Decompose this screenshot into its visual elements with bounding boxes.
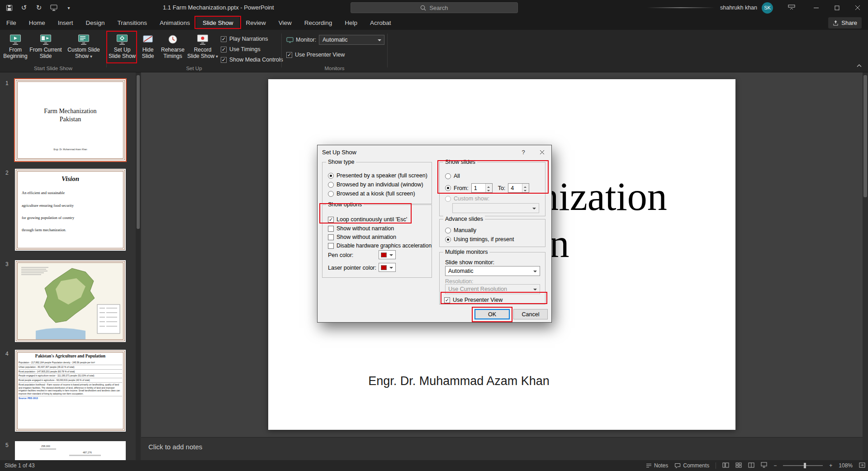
tab-acrobat[interactable]: Acrobat (364, 15, 398, 30)
checkbox-icon (328, 234, 334, 240)
save-button[interactable] (4, 2, 14, 13)
loop-continuously-checkbox[interactable]: Loop continuously until 'Esc' (328, 216, 407, 223)
record-slide-show-button[interactable]: Record Slide Show (187, 32, 218, 65)
spin-up-icon[interactable] (522, 184, 529, 188)
slide-thumbnail-1[interactable]: Farm Mechanization Pakistan Engr. Dr. Mu… (15, 79, 126, 161)
zoom-in-button[interactable]: + (829, 462, 832, 469)
slide-thumbnail-4[interactable]: Pakistan's Agriculture and Population Po… (15, 350, 126, 432)
hide-slide-button[interactable]: Hide Slide (138, 32, 158, 65)
start-slideshow-button[interactable] (48, 2, 59, 13)
spin-up-icon[interactable] (486, 184, 492, 188)
to-spinner[interactable]: 4 (508, 183, 529, 193)
slide-thumbnail-5[interactable]: 258,000 487,276 (15, 441, 126, 460)
slide-thumbnail-2[interactable]: Vision An efficient and sustainable agri… (15, 169, 126, 251)
radio-manually[interactable]: Manually (445, 227, 476, 234)
scrollbar-thumb[interactable] (137, 75, 140, 229)
monitor-icon (286, 37, 294, 43)
monitor-dropdown[interactable]: Automatic (319, 35, 384, 45)
search-box[interactable]: Search (351, 2, 518, 13)
account-name[interactable]: shahrukh khan (720, 5, 757, 11)
canvas-scrollbar[interactable] (863, 72, 868, 460)
dialog-close-button[interactable] (532, 145, 551, 159)
zoom-out-button[interactable]: − (773, 462, 777, 469)
disable-hardware-acceleration-checkbox[interactable]: Disable hardware graphics acceleration (328, 242, 432, 249)
zoom-slider-thumb[interactable] (804, 463, 806, 468)
tab-view[interactable]: View (272, 15, 298, 30)
presentation-icon (50, 5, 57, 11)
radio-from-to[interactable]: From: 1 To: 4 (445, 183, 529, 193)
tab-file[interactable]: File (0, 15, 23, 30)
customize-qat-button[interactable]: ▾ (63, 2, 74, 13)
powerpoint-window: ↺ ↻ ▾ 1.1 Farm Mechanization.pptx - Powe… (0, 0, 868, 471)
thumb2-line: agriculture ensuring food security (22, 203, 74, 208)
laser-pointer-color-dropdown[interactable] (379, 263, 396, 272)
radio-browsed-by-individual[interactable]: Browsed by an individual (window) (328, 181, 423, 188)
normal-view-button[interactable] (722, 462, 729, 469)
play-narrations-checkbox[interactable]: Play Narrations (221, 35, 268, 43)
set-up-slide-show-button[interactable]: Set Up Slide Show (108, 32, 136, 65)
spinner-arrows[interactable] (522, 184, 529, 192)
use-presenter-view-checkbox[interactable]: Use Presenter View (286, 51, 345, 58)
slide-show-monitor-dropdown[interactable]: Automatic (445, 266, 540, 276)
close-button[interactable] (847, 0, 868, 15)
tab-animations[interactable]: Animations (153, 15, 196, 30)
fit-slide-button[interactable] (859, 462, 865, 469)
tab-review[interactable]: Review (239, 15, 272, 30)
tab-recording[interactable]: Recording (298, 15, 339, 30)
multiple-monitors-group: Multiple monitors Slide show monitor: Au… (439, 252, 545, 304)
radio-using-timings[interactable]: Using timings, if present (445, 236, 514, 243)
radio-browsed-at-kiosk[interactable]: Browsed at a kiosk (full screen) (328, 190, 415, 197)
zoom-slider[interactable] (783, 465, 823, 466)
custom-slide-show-button[interactable]: Custom Slide Show (64, 32, 103, 65)
scrollbar-thumb[interactable] (863, 75, 867, 197)
group-label-start-slide-show: Start Slide Show (0, 66, 106, 71)
notes-placeholder[interactable]: Click to add notes (148, 443, 202, 451)
avatar[interactable]: SK (762, 2, 773, 14)
slideshow-view-button[interactable] (761, 462, 767, 469)
from-beginning-button[interactable]: From Beginning (4, 32, 27, 65)
show-without-animation-checkbox[interactable]: Show without animation (328, 233, 396, 241)
notes-pane[interactable]: Click to add notes (141, 437, 863, 460)
ribbon-display-options-button[interactable] (784, 0, 799, 15)
radio-all-slides[interactable]: All (445, 172, 460, 180)
tab-insert[interactable]: Insert (52, 15, 80, 30)
spin-down-icon[interactable] (522, 188, 529, 193)
radio-icon (445, 173, 451, 179)
radio-presented-by-speaker[interactable]: Presented by a speaker (full screen) (328, 172, 427, 179)
zoom-level[interactable]: 108% (839, 462, 853, 469)
dialog-help-button[interactable]: ? (515, 145, 531, 159)
spinner-arrows[interactable] (485, 184, 492, 192)
slide-subtitle[interactable]: Engr. Dr. Muhammad Azam Khan (268, 374, 650, 388)
maximize-button[interactable] (826, 0, 847, 15)
cancel-button[interactable]: Cancel (513, 309, 548, 319)
slide-sorter-view-button[interactable] (735, 462, 742, 469)
redo-button[interactable]: ↻ (33, 2, 44, 13)
tab-home[interactable]: Home (23, 15, 52, 30)
slide-thumbnail-3[interactable] (15, 260, 126, 342)
reading-view-button[interactable] (748, 462, 754, 469)
multiple-monitors-label: Multiple monitors (443, 249, 489, 256)
show-media-controls-checkbox[interactable]: Show Media Controls (221, 56, 283, 63)
thumb2-line: for growing population of country (22, 215, 74, 220)
from-spinner[interactable]: 1 (471, 183, 493, 193)
use-presenter-view-dialog-checkbox[interactable]: Use Presenter View (444, 296, 503, 304)
show-without-narration-checkbox[interactable]: Show without narration (328, 225, 394, 232)
pen-color-dropdown[interactable] (379, 250, 396, 259)
ok-button[interactable]: OK (474, 309, 510, 319)
undo-button[interactable]: ↺ (19, 2, 29, 13)
from-current-slide-button[interactable]: From Current Slide (29, 32, 62, 65)
spin-down-icon[interactable] (486, 188, 492, 193)
minimize-button[interactable] (806, 0, 826, 15)
tab-transitions[interactable]: Transitions (111, 15, 154, 30)
share-button[interactable]: Share (828, 17, 862, 29)
rehearse-timings-button[interactable]: Rehearse Timings (160, 32, 186, 65)
notes-toggle[interactable]: Notes (646, 462, 668, 469)
thumbnail-scrollbar[interactable] (136, 72, 141, 460)
use-timings-checkbox[interactable]: Use Timings (221, 46, 261, 53)
collapse-ribbon-button[interactable] (854, 62, 863, 69)
comments-toggle[interactable]: Comments (674, 462, 709, 469)
tab-slide-show[interactable]: Slide Show (196, 15, 240, 30)
tab-help[interactable]: Help (338, 15, 364, 30)
share-icon (833, 20, 839, 26)
tab-design[interactable]: Design (80, 15, 111, 30)
